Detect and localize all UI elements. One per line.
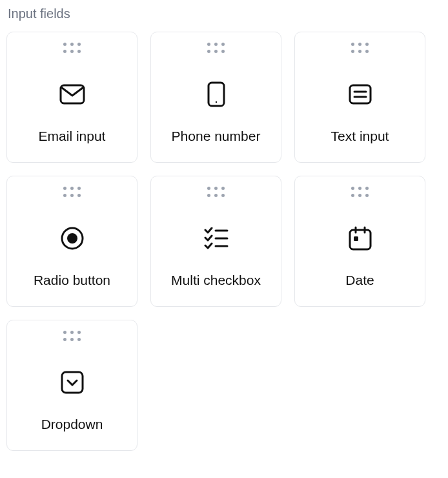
card-radio-button[interactable]: Radio button [6,176,137,307]
drag-handle-icon[interactable] [351,187,369,198]
calendar-icon [349,204,372,273]
radio-icon [60,204,85,273]
card-label: Phone number [172,129,261,144]
card-phone-number[interactable]: Phone number [150,32,281,163]
card-label: Multi checkbox [171,273,261,288]
svg-rect-15 [62,372,83,393]
svg-rect-14 [354,236,358,241]
drag-handle-icon[interactable] [63,187,81,198]
drag-handle-icon[interactable] [207,187,225,198]
drag-handle-icon[interactable] [207,43,225,54]
text-icon [349,60,372,129]
card-label: Text input [331,129,389,144]
card-date[interactable]: Date [294,176,425,307]
section-title: Input fields [8,6,442,21]
drag-handle-icon[interactable] [63,43,81,54]
card-label: Email input [39,129,106,144]
svg-rect-11 [350,230,371,249]
card-email-input[interactable]: Email input [6,32,137,163]
svg-rect-3 [350,85,371,103]
dropdown-icon [61,348,84,417]
card-label: Dropdown [41,417,103,432]
mail-icon [59,60,85,129]
svg-rect-0 [61,85,84,103]
card-label: Radio button [34,273,110,288]
card-text-input[interactable]: Text input [294,32,425,163]
svg-point-2 [215,101,216,103]
drag-handle-icon[interactable] [63,331,81,342]
input-fields-grid: Email input Phone number Text input [6,32,442,451]
phone-icon [207,60,225,129]
card-dropdown[interactable]: Dropdown [6,320,137,451]
card-multi-checkbox[interactable]: Multi checkbox [150,176,281,307]
card-label: Date [345,273,374,288]
checklist-icon [204,204,229,273]
svg-point-7 [67,233,77,244]
drag-handle-icon[interactable] [351,43,369,54]
